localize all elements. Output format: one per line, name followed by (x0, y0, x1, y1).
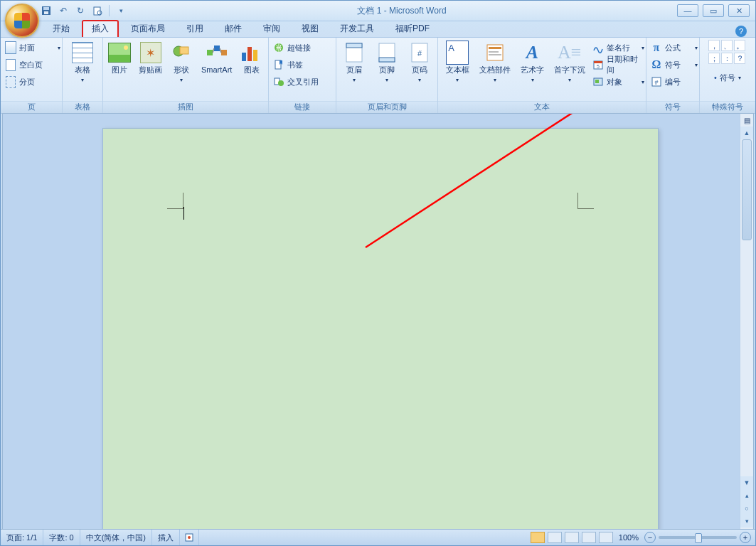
tab-mailings[interactable]: 邮件 (215, 21, 251, 37)
tab-insert[interactable]: 插入 (82, 20, 119, 37)
spc-char-1[interactable]: 、 (721, 40, 733, 51)
view-full-screen-icon[interactable] (548, 532, 562, 543)
scroll-thumb[interactable] (742, 139, 752, 240)
spc-char-0[interactable]: ， (708, 40, 720, 51)
app-window: ↶ ↻ ▾ 文档 1 - Microsoft Word — ▭ ✕ 开始 插入 … (0, 0, 756, 546)
ruler-toggle-icon[interactable]: ▤ (740, 114, 753, 127)
spc-char-2[interactable]: 。 (734, 40, 745, 51)
print-preview-icon[interactable] (92, 5, 103, 16)
symbol-button[interactable]: Ω 符号 ▾ (649, 57, 699, 73)
crossref-icon (273, 76, 284, 87)
page-break-label: 分页 (19, 77, 35, 87)
blank-page-button[interactable]: 空白页 (4, 57, 62, 73)
group-illustrations-label: 插图 (103, 101, 268, 113)
clipart-button[interactable]: ✶ 剪贴画 (136, 40, 166, 75)
tab-references[interactable]: 引用 (177, 21, 213, 37)
scroll-up-icon[interactable]: ▲ (740, 127, 753, 139)
cover-page-icon (5, 42, 16, 53)
title-bar: ↶ ↻ ▾ 文档 1 - Microsoft Word — ▭ ✕ (1, 1, 755, 21)
shapes-button[interactable]: 形状▾ (168, 40, 195, 85)
prev-page-icon[interactable]: ▴ (740, 489, 753, 502)
bookmark-label: 书签 (287, 60, 303, 70)
smartart-button[interactable]: SmartArt (198, 40, 235, 75)
document-page[interactable] (102, 128, 659, 546)
undo-icon[interactable]: ↶ (58, 5, 69, 16)
qat-customize-icon[interactable]: ▾ (115, 5, 127, 16)
tab-foxit[interactable]: 福昕PDF (386, 21, 439, 37)
view-outline-icon[interactable] (582, 532, 596, 543)
chart-icon (240, 41, 263, 64)
group-links: 超链接 书签 交叉引用 链接 (269, 38, 336, 113)
browse-object-icon[interactable]: ○ (740, 502, 753, 515)
maximize-button[interactable]: ▭ (703, 4, 724, 17)
table-button[interactable]: 表格▾ (66, 40, 99, 85)
spc-char-3[interactable]: ； (708, 53, 720, 64)
signature-button[interactable]: 签名行 ▾ (591, 40, 646, 55)
view-web-layout-icon[interactable] (565, 532, 579, 543)
office-button[interactable] (5, 4, 39, 38)
header-icon (343, 41, 366, 64)
view-print-layout-icon[interactable] (531, 532, 545, 543)
quick-access-toolbar: ↶ ↻ ▾ (41, 5, 127, 16)
wordart-icon: A (521, 41, 544, 64)
textbox-button[interactable]: A 文本框▾ (441, 40, 474, 85)
object-button[interactable]: 对象 ▾ (591, 74, 646, 90)
tab-home[interactable]: 开始 (43, 21, 79, 37)
picture-button[interactable]: 图片 (106, 40, 133, 75)
wordart-button[interactable]: A 艺术字▾ (516, 40, 548, 85)
tab-developer[interactable]: 开发工具 (331, 21, 383, 37)
object-label: 对象 (607, 77, 622, 87)
dropcap-button[interactable]: A≡ 首字下沉▾ (551, 40, 588, 85)
status-page[interactable]: 页面: 1/1 (1, 530, 43, 545)
hyperlink-button[interactable]: 超链接 (272, 40, 336, 55)
chart-button[interactable]: 图表 (238, 40, 265, 75)
wordart-label: 艺术字 (521, 65, 544, 74)
save-icon[interactable] (41, 5, 52, 16)
window-controls: — ▭ ✕ (677, 4, 750, 17)
datetime-button[interactable]: 5 日期和时间 (591, 57, 646, 73)
dropdown-icon: ▾ (58, 45, 60, 51)
group-pages-label: 页 (1, 101, 62, 113)
header-button[interactable]: 页眉▾ (339, 40, 369, 85)
page-break-icon (5, 76, 16, 87)
cover-page-button[interactable]: 封面 ▾ (4, 40, 62, 55)
tab-page-layout[interactable]: 页面布局 (122, 21, 174, 37)
zoom-out-button[interactable]: − (644, 532, 656, 543)
special-chars-grid[interactable]: ， 、 。 ； ： ？ (708, 40, 747, 64)
bookmark-button[interactable]: 书签 (272, 57, 336, 73)
zoom-slider-knob[interactable] (695, 533, 702, 543)
spc-char-4[interactable]: ： (721, 53, 733, 64)
view-draft-icon[interactable] (599, 532, 613, 543)
spc-char-5[interactable]: ？ (734, 53, 745, 64)
status-insert-mode[interactable]: 插入 (152, 530, 180, 545)
tab-view[interactable]: 视图 (292, 21, 328, 37)
quickparts-button[interactable]: 文档部件▾ (477, 40, 513, 85)
status-words[interactable]: 字数: 0 (43, 530, 80, 545)
scroll-down-icon[interactable]: ▼ (740, 476, 753, 489)
zoom-in-button[interactable]: + (740, 532, 751, 543)
svg-rect-9 (221, 50, 227, 55)
status-language[interactable]: 中文(简体，中国) (80, 530, 152, 545)
cover-page-label: 封面 (19, 43, 35, 53)
tab-review[interactable]: 审阅 (254, 21, 289, 37)
special-symbol-button[interactable]: • 符号 ▾ (701, 70, 754, 85)
redo-icon[interactable]: ↻ (75, 5, 86, 16)
page-number-label: 页码 (412, 65, 427, 74)
footer-button[interactable]: 页脚▾ (372, 40, 402, 85)
number-button[interactable]: # 编号 (649, 74, 699, 90)
crossref-button[interactable]: 交叉引用 (272, 74, 336, 90)
zoom-slider[interactable] (659, 536, 737, 539)
vertical-scrollbar[interactable]: ▤ ▲ ▼ ▴ ○ ▾ (740, 114, 753, 529)
close-button[interactable]: ✕ (728, 4, 750, 17)
minimize-button[interactable]: — (677, 4, 698, 17)
svg-rect-7 (207, 50, 213, 55)
equation-button[interactable]: π 公式 ▾ (649, 40, 699, 55)
margin-mark-top-left (167, 193, 183, 209)
help-icon[interactable]: ? (735, 26, 747, 37)
page-number-button[interactable]: # 页码▾ (405, 40, 435, 85)
signature-icon (592, 42, 604, 53)
zoom-level[interactable]: 100% (619, 533, 639, 542)
status-macro-icon[interactable] (180, 530, 199, 545)
next-page-icon[interactable]: ▾ (740, 515, 753, 528)
page-break-button[interactable]: 分页 (4, 74, 62, 90)
